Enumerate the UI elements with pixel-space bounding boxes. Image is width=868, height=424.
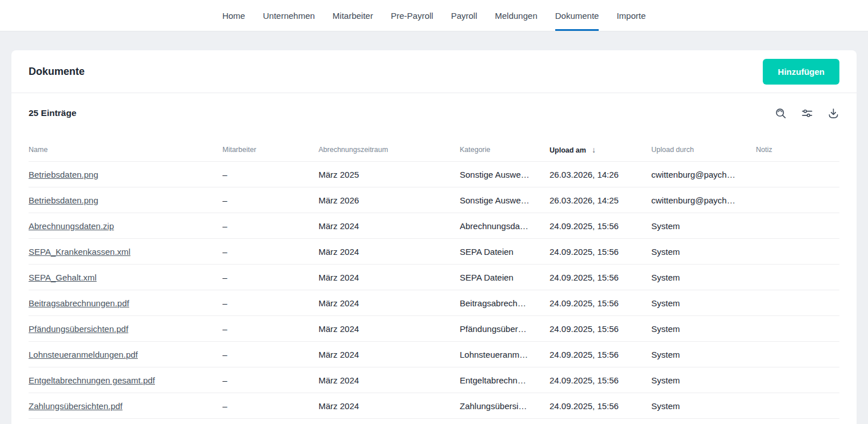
nav-item-unternehmen[interactable]: Unternehmen xyxy=(263,0,315,31)
nav-item-pre-payroll[interactable]: Pre-Payroll xyxy=(391,0,433,31)
document-link[interactable]: Pfändungsübersichten.pdf xyxy=(29,324,128,334)
cell-abrechnungszeitraum: März 2024 xyxy=(318,221,460,231)
cell-upload-durch: System xyxy=(651,350,756,359)
cell-abrechnungszeitraum: März 2024 xyxy=(318,298,460,308)
table-header-row: Name Mitarbeiter Abrechnungszeitraum Kat… xyxy=(29,138,839,162)
cell-upload-durch: System xyxy=(651,324,756,334)
entries-count: 25 Einträge xyxy=(29,108,77,118)
column-header-upload-am-label: Upload am xyxy=(550,146,586,154)
cell-upload-durch: System xyxy=(651,221,756,231)
nav-item-importe[interactable]: Importe xyxy=(616,0,646,31)
table-row: Betriebsdaten.png – März 2026 Sonstige A… xyxy=(29,187,839,213)
table-row: Zahlungsübersichten.pdf – März 2024 Zahl… xyxy=(29,393,839,419)
cell-upload-am: 24.09.2025, 15:56 xyxy=(550,247,651,257)
sort-desc-icon: ↓ xyxy=(592,145,596,154)
cell-kategorie: SEPA Dateien xyxy=(460,247,550,257)
cell-upload-durch: System xyxy=(651,401,756,411)
cell-kategorie: Zahlungsübersi… xyxy=(460,401,550,411)
cell-name: Betriebsdaten.png xyxy=(29,195,222,205)
column-header-upload-am[interactable]: Upload am↓ xyxy=(550,145,651,154)
document-link[interactable]: Abrechnungsdaten.zip xyxy=(29,221,114,231)
column-header-upload-durch[interactable]: Upload durch xyxy=(651,146,756,154)
document-link[interactable]: Beitragsabrechnungen.pdf xyxy=(29,298,129,308)
cell-upload-durch: cwittenburg@paych… xyxy=(651,195,756,205)
page-title: Dokumente xyxy=(29,66,85,78)
cell-abrechnungszeitraum: März 2025 xyxy=(318,170,460,179)
add-document-button[interactable]: Hinzufügen xyxy=(763,59,839,85)
top-navigation: Home Unternehmen Mitarbeiter Pre-Payroll… xyxy=(0,0,868,31)
cell-mitarbeiter: – xyxy=(222,195,318,205)
table-toolbar: 25 Einträge xyxy=(11,93,857,119)
cell-kategorie: Beitragsabrech… xyxy=(460,298,550,308)
table-row: SEPA_Krankenkassen.xml – März 2024 SEPA … xyxy=(29,239,839,265)
cell-abrechnungszeitraum: März 2024 xyxy=(318,401,460,411)
cell-mitarbeiter: – xyxy=(222,324,318,334)
cell-abrechnungszeitraum: März 2024 xyxy=(318,273,460,282)
cell-abrechnungszeitraum: März 2024 xyxy=(318,247,460,257)
nav-item-mitarbeiter[interactable]: Mitarbeiter xyxy=(333,0,373,31)
table-row: Betriebsdaten.png – März 2025 Sonstige A… xyxy=(29,162,839,187)
cell-name: Abrechnungsdaten.zip xyxy=(29,221,222,231)
cell-kategorie: SEPA Dateien xyxy=(460,273,550,282)
column-header-mitarbeiter[interactable]: Mitarbeiter xyxy=(222,146,318,154)
card-header: Dokumente Hinzufügen xyxy=(11,50,857,93)
table-row: Pfändungsübersichten.pdf – März 2024 Pfä… xyxy=(29,316,839,342)
column-header-notiz[interactable]: Notiz xyxy=(756,146,839,154)
cell-kategorie: Abrechnungsda… xyxy=(460,221,550,231)
cell-abrechnungszeitraum: März 2024 xyxy=(318,350,460,359)
document-link[interactable]: SEPA_Gehalt.xml xyxy=(29,273,97,282)
cell-mitarbeiter: – xyxy=(222,298,318,308)
cell-upload-durch: System xyxy=(651,273,756,282)
table-row: Entgeltabrechnungen gesamt.pdf – März 20… xyxy=(29,367,839,393)
cell-upload-am: 24.09.2025, 15:56 xyxy=(550,350,651,359)
nav-item-dokumente[interactable]: Dokumente xyxy=(555,0,599,31)
cell-upload-durch: System xyxy=(651,247,756,257)
cell-mitarbeiter: – xyxy=(222,170,318,179)
cell-mitarbeiter: – xyxy=(222,401,318,411)
nav-item-payroll[interactable]: Payroll xyxy=(451,0,477,31)
cell-kategorie: Sonstige Auswe… xyxy=(460,170,550,179)
cell-upload-durch: cwittenburg@paych… xyxy=(651,170,756,179)
documents-table: Name Mitarbeiter Abrechnungszeitraum Kat… xyxy=(11,138,857,419)
table-row: Beitragsabrechnungen.pdf – März 2024 Bei… xyxy=(29,290,839,316)
download-icon[interactable] xyxy=(827,107,839,119)
cell-upload-am: 26.03.2026, 14:25 xyxy=(550,195,651,205)
cell-name: SEPA_Gehalt.xml xyxy=(29,273,222,282)
cell-upload-durch: System xyxy=(651,298,756,308)
cell-name: Betriebsdaten.png xyxy=(29,170,222,179)
cell-name: Zahlungsübersichten.pdf xyxy=(29,401,222,411)
cell-mitarbeiter: – xyxy=(222,221,318,231)
document-link[interactable]: SEPA_Krankenkassen.xml xyxy=(29,247,130,257)
cell-kategorie: Pfändungsüber… xyxy=(460,324,550,334)
document-link[interactable]: Entgeltabrechnungen gesamt.pdf xyxy=(29,375,155,385)
cell-upload-am: 24.09.2025, 15:56 xyxy=(550,324,651,334)
cell-mitarbeiter: – xyxy=(222,273,318,282)
cell-name: Pfändungsübersichten.pdf xyxy=(29,324,222,334)
documents-card: Dokumente Hinzufügen 25 Einträge xyxy=(11,50,857,424)
cell-upload-am: 24.09.2025, 15:56 xyxy=(550,221,651,231)
cell-upload-am: 24.09.2025, 15:56 xyxy=(550,273,651,282)
toolbar-icons xyxy=(774,107,839,119)
table-row: Abrechnungsdaten.zip – März 2024 Abrechn… xyxy=(29,213,839,239)
cell-abrechnungszeitraum: März 2024 xyxy=(318,324,460,334)
filter-icon[interactable] xyxy=(801,107,813,119)
cell-mitarbeiter: – xyxy=(222,247,318,257)
search-icon[interactable] xyxy=(774,107,787,119)
cell-kategorie: Entgeltabrechn… xyxy=(460,375,550,385)
cell-abrechnungszeitraum: März 2026 xyxy=(318,195,460,205)
nav-item-meldungen[interactable]: Meldungen xyxy=(495,0,537,31)
cell-upload-am: 24.09.2025, 15:56 xyxy=(550,298,651,308)
column-header-kategorie[interactable]: Kategorie xyxy=(460,146,550,154)
document-link[interactable]: Betriebsdaten.png xyxy=(29,195,98,205)
cell-upload-am: 24.09.2025, 15:56 xyxy=(550,401,651,411)
document-link[interactable]: Lohnsteueranmeldungen.pdf xyxy=(29,350,138,359)
column-header-name[interactable]: Name xyxy=(29,146,222,154)
document-link[interactable]: Betriebsdaten.png xyxy=(29,170,98,179)
cell-upload-am: 26.03.2026, 14:26 xyxy=(550,170,651,179)
cell-name: Entgeltabrechnungen gesamt.pdf xyxy=(29,375,222,385)
table-body: Betriebsdaten.png – März 2025 Sonstige A… xyxy=(29,162,839,419)
nav-item-home[interactable]: Home xyxy=(222,0,245,31)
cell-mitarbeiter: – xyxy=(222,375,318,385)
document-link[interactable]: Zahlungsübersichten.pdf xyxy=(29,401,122,411)
column-header-abrechnungszeitraum[interactable]: Abrechnungszeitraum xyxy=(318,146,460,154)
